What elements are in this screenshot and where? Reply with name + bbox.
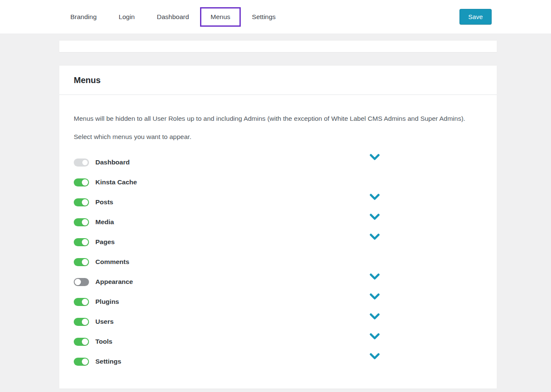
toggle-knob (82, 179, 88, 186)
chevron-down-icon[interactable] (370, 234, 380, 240)
tab-dashboard[interactable]: Dashboard (146, 6, 200, 28)
menu-row-users: Users (74, 312, 473, 332)
chevron-down-icon[interactable] (370, 353, 380, 360)
toggle-knob (82, 319, 88, 325)
chevron-down-icon[interactable] (370, 293, 380, 300)
toggle-knob (75, 279, 81, 285)
chevron-down-icon[interactable] (370, 313, 380, 320)
menu-list: Dashboard Kinsta Cache Posts Media (74, 153, 473, 372)
menu-row-dashboard: Dashboard (74, 153, 473, 172)
tab-menus[interactable]: Menus (200, 7, 241, 27)
toggle-knob (82, 239, 88, 245)
toggle-knob (82, 219, 88, 225)
menus-instruction: Select which menus you want to appear. (74, 132, 473, 142)
menus-panel: Menus Menus will be hidden to all User R… (59, 66, 497, 389)
toggle-knob (82, 259, 88, 265)
menu-label: Settings (95, 358, 121, 365)
tab-settings[interactable]: Settings (241, 6, 287, 28)
menu-row-tools: Tools (74, 332, 473, 352)
toggle-appearance[interactable] (74, 278, 89, 286)
menu-label: Kinsta Cache (95, 178, 137, 186)
menu-row-plugins: Plugins (74, 292, 473, 312)
toggle-kinsta-cache[interactable] (74, 178, 89, 186)
panel-header: Menus (59, 66, 497, 95)
menu-row-appearance: Appearance (74, 272, 473, 292)
tab-list: BrandingLoginDashboardMenusSettings (59, 6, 287, 28)
menu-label: Pages (95, 238, 115, 246)
toggle-knob (82, 359, 88, 365)
menu-label: Media (95, 218, 114, 226)
menu-label: Comments (95, 258, 129, 266)
menu-row-posts: Posts (74, 192, 473, 212)
chevron-down-icon[interactable] (370, 214, 380, 220)
top-navigation: BrandingLoginDashboardMenusSettings Save (0, 0, 551, 33)
toggle-users[interactable] (74, 318, 89, 326)
toggle-media[interactable] (74, 218, 89, 226)
toggle-knob (82, 299, 88, 305)
menu-row-pages: Pages (74, 232, 473, 252)
menu-row-media: Media (74, 212, 473, 232)
toggle-comments[interactable] (74, 258, 89, 266)
menu-label: Plugins (95, 298, 119, 306)
toggle-plugins[interactable] (74, 298, 89, 306)
menu-row-comments: Comments (74, 252, 473, 272)
menu-label: Dashboard (95, 158, 130, 166)
chevron-down-icon[interactable] (370, 273, 380, 280)
tab-login[interactable]: Login (108, 6, 146, 28)
toggle-dashboard[interactable] (74, 158, 89, 167)
toggle-knob (82, 159, 88, 166)
menu-label: Appearance (95, 278, 133, 286)
toggle-tools[interactable] (74, 338, 89, 346)
chevron-down-icon[interactable] (370, 194, 380, 200)
menu-row-kinsta-cache: Kinsta Cache (74, 172, 473, 192)
chevron-down-icon[interactable] (370, 154, 380, 161)
toggle-knob (82, 339, 88, 345)
menu-label: Users (95, 318, 114, 325)
toggle-posts[interactable] (74, 198, 89, 206)
page-title: Menus (74, 75, 482, 85)
menus-description: Menus will be hidden to all User Roles u… (74, 113, 473, 124)
toggle-settings[interactable] (74, 358, 89, 366)
nav-panel-bottom-strip (59, 41, 497, 52)
save-button[interactable]: Save (459, 9, 492, 25)
tab-branding[interactable]: Branding (59, 6, 108, 28)
toggle-knob (82, 199, 88, 206)
chevron-down-icon[interactable] (370, 333, 380, 340)
toggle-pages[interactable] (74, 238, 89, 246)
panel-body: Menus will be hidden to all User Roles u… (59, 95, 497, 389)
menu-row-settings: Settings (74, 352, 473, 372)
menu-label: Posts (95, 198, 113, 206)
menu-label: Tools (95, 338, 112, 345)
